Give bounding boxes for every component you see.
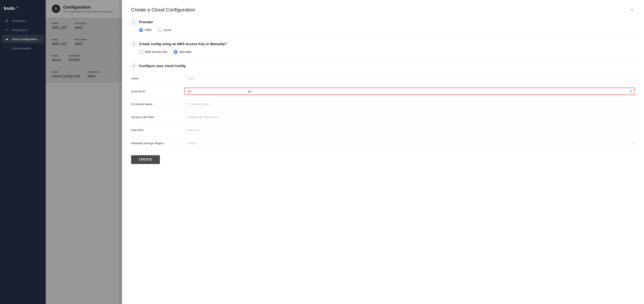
divider-1 (131, 37, 635, 38)
step-1: 1 Provider AWS Azure (131, 20, 635, 32)
aws-label: AWS (145, 28, 152, 32)
step-1-title: Provider (139, 20, 153, 24)
step-2-title: Create config using an AWS Access Key or… (139, 42, 227, 46)
role-arn-row: Role ARN (131, 124, 635, 136)
close-button[interactable]: × (629, 7, 635, 13)
metadata-region-label: Metadata Storage Region (131, 142, 184, 145)
divider-2 (131, 59, 635, 60)
name-input[interactable] (184, 75, 635, 82)
create-button[interactable]: CREATE (131, 155, 160, 164)
name-row: Name (131, 72, 635, 85)
sidebar-item-label: Dashboard (12, 19, 26, 22)
modal-title: Create a Cloud Configuration (131, 7, 195, 13)
external-id-row: External ID 42! ad ⧉ (131, 85, 635, 98)
cloud-icon: ☁ (5, 37, 9, 41)
logo-text: bodo.ai (4, 6, 19, 11)
s3-bucket-label: S3 Bucket Name (131, 102, 184, 106)
sidebar-item-label: Cloud Configuration (12, 38, 37, 41)
step-2: 2 Create config using an AWS Access Key … (131, 41, 635, 54)
sidebar-nav: ▦ Dashboard ⊞ Workspaces ☁ Cloud Configu… (0, 16, 46, 52)
method-radio-group: With Access Key Manually (131, 50, 635, 54)
sidebar-item-workspaces[interactable]: ⊞ Workspaces (2, 26, 44, 34)
modal: Create a Cloud Configuration × 1 Provide… (122, 0, 644, 304)
azure-option[interactable]: Azure (158, 28, 172, 32)
step-3-number: 3 (131, 63, 136, 68)
manually-label: Manually (179, 50, 192, 54)
logo: bodo.ai (0, 4, 46, 16)
dynamo-db-row: Dynamo DB Table (131, 111, 635, 124)
sidebar-item-dashboard[interactable]: ▦ Dashboard (2, 16, 44, 25)
s3-bucket-row: S3 Bucket Name (131, 98, 635, 111)
dynamo-db-label: Dynamo DB Table (131, 116, 184, 119)
manually-option[interactable]: Manually (174, 50, 192, 54)
step-2-header: 2 Create config using an AWS Access Key … (131, 41, 635, 47)
sidebar-item-cloud-configuration[interactable]: ☁ Cloud Configuration (2, 35, 44, 43)
external-id-wrapper: 42! ad ⧉ (184, 88, 635, 95)
step-1-header: 1 Provider (131, 20, 635, 25)
azure-label: Azure (164, 28, 172, 32)
step-3-title: Configure your cloud Config (139, 64, 186, 68)
manually-radio[interactable] (174, 50, 178, 54)
dynamo-db-input[interactable] (184, 113, 635, 121)
external-id-value: 42! ad (188, 90, 628, 93)
external-id-label: External ID (131, 90, 184, 93)
question-icon: ? (5, 46, 9, 50)
access-key-label: With Access Key (145, 50, 168, 54)
sidebar-item-documentation[interactable]: ? Documentation (2, 44, 44, 52)
sidebar: bodo.ai ▦ Dashboard ⊞ Workspaces ☁ Cloud… (0, 0, 46, 304)
step-3: 3 Configure your cloud Config Name Exter… (131, 63, 635, 164)
role-arn-input[interactable] (184, 126, 635, 134)
step-2-number: 2 (131, 41, 136, 47)
step-1-number: 1 (131, 20, 136, 25)
aws-option[interactable]: AWS (139, 28, 152, 32)
provider-radio-group: AWS Azure (131, 28, 635, 32)
access-key-option[interactable]: With Access Key (139, 50, 168, 54)
aws-radio[interactable] (139, 28, 143, 32)
grid-icon: ⊞ (5, 28, 9, 32)
form-section: Name External ID 42! ad ⧉ (131, 72, 635, 150)
copy-icon[interactable]: ⧉ (630, 90, 632, 93)
metadata-region-select[interactable]: Select... (184, 139, 635, 147)
access-key-radio[interactable] (139, 50, 143, 54)
role-arn-label: Role ARN (131, 128, 184, 132)
name-field-label: Name (131, 77, 184, 80)
sidebar-item-label: Documentation (12, 47, 31, 50)
step-3-header: 3 Configure your cloud Config (131, 63, 635, 68)
modal-header: Create a Cloud Configuration × (131, 7, 635, 13)
metadata-region-row: Metadata Storage Region Select... (131, 136, 635, 150)
sidebar-item-label: Workspaces (12, 28, 28, 32)
azure-radio[interactable] (158, 28, 162, 32)
s3-bucket-input[interactable] (184, 100, 635, 108)
calendar-icon: ▦ (5, 19, 9, 23)
